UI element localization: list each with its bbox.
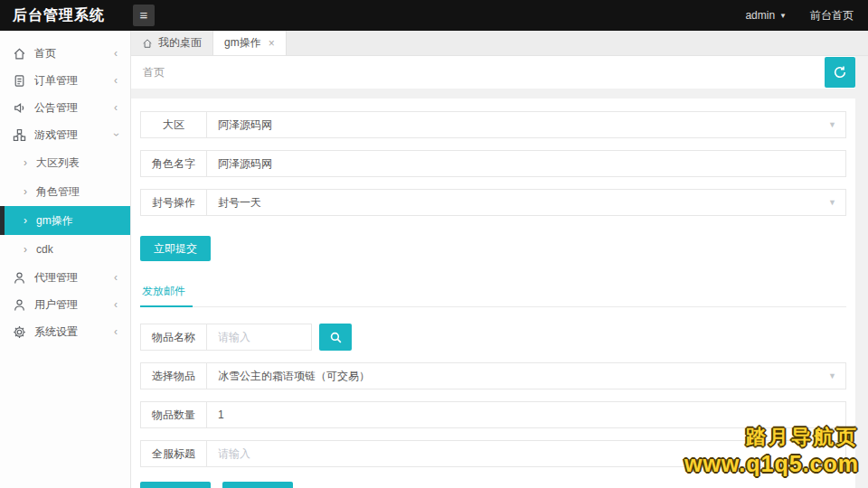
role-name-input[interactable] xyxy=(207,151,845,176)
caret-down-icon: ▼ xyxy=(828,120,836,129)
chevron-left-icon: ‹ xyxy=(114,325,118,338)
broadcast-button[interactable]: 全服发送 xyxy=(222,482,293,488)
mail-submit-button[interactable]: 立即提交 xyxy=(140,482,211,488)
sidebar-item-label: 订单管理 xyxy=(34,73,114,89)
sidebar-item-role-management[interactable]: › 角色管理 xyxy=(0,177,130,206)
breadcrumb[interactable]: 首页 xyxy=(131,65,165,80)
form-row-item-select: 选择物品 冰雪公主的霜语项链（可交易） ▼ xyxy=(140,362,846,389)
user-menu[interactable]: admin ▼ xyxy=(745,9,787,22)
submenu-item-label: 大区列表 xyxy=(36,155,80,171)
arrow-right-icon: › xyxy=(24,156,27,169)
arrow-right-icon: › xyxy=(24,214,27,227)
user-icon xyxy=(13,298,26,312)
select-value: 阿泽源码网 xyxy=(218,117,828,133)
ban-action-select[interactable]: 封号一天 ▼ xyxy=(207,190,845,215)
sidebar-item-label: 用户管理 xyxy=(34,297,114,313)
sidebar-item-game[interactable]: 游戏管理 ‹ xyxy=(0,121,130,148)
username: admin xyxy=(745,9,775,22)
settings-icon xyxy=(13,325,26,339)
hamburger-icon: ≡ xyxy=(140,7,148,23)
field-label: 选择物品 xyxy=(141,363,207,389)
order-icon xyxy=(13,74,26,88)
admin-panel: 后台管理系统 ≡ admin ▼ 前台首页 首页 ‹ 订单管理 ‹ xyxy=(0,0,868,488)
sidebar-item-cdk[interactable]: › cdk xyxy=(0,235,130,264)
chevron-left-icon: ‹ xyxy=(114,298,118,311)
field-label: 物品名称 xyxy=(141,324,207,350)
top-header: 后台管理系统 ≡ admin ▼ 前台首页 xyxy=(0,0,868,31)
announcement-icon xyxy=(13,101,26,115)
form-row-role-name: 角色名字 xyxy=(140,150,846,177)
chevron-left-icon: ‹ xyxy=(114,47,118,60)
arrow-right-icon: › xyxy=(24,243,27,256)
form-row-item-count: 物品数量 xyxy=(140,401,846,428)
item-count-input[interactable] xyxy=(207,402,845,427)
field-label: 大区 xyxy=(141,112,207,137)
field-label: 全服标题 xyxy=(141,441,207,466)
item-search-button[interactable] xyxy=(319,324,352,351)
close-icon[interactable]: × xyxy=(269,37,275,50)
sidebar-item-region-list[interactable]: › 大区列表 xyxy=(0,148,130,177)
caret-down-icon: ▼ xyxy=(779,12,787,20)
sidebar-item-gm-operations[interactable]: › gm操作 xyxy=(0,206,130,235)
chevron-down-icon: ‹ xyxy=(109,133,122,136)
caret-down-icon: ▼ xyxy=(828,371,836,380)
caret-down-icon: ▼ xyxy=(828,198,836,207)
item-select[interactable]: 冰雪公主的霜语项链（可交易） ▼ xyxy=(207,363,845,389)
sidebar-item-orders[interactable]: 订单管理 ‹ xyxy=(0,67,130,94)
form-row-server-title: 全服标题 xyxy=(140,440,846,467)
sidebar-item-settings[interactable]: 系统设置 ‹ xyxy=(0,318,130,345)
frontend-home-link[interactable]: 前台首页 xyxy=(810,8,854,23)
chevron-left-icon: ‹ xyxy=(114,74,118,87)
gm-submit-button[interactable]: 立即提交 xyxy=(140,236,211,261)
sidebar-item-agents[interactable]: 代理管理 ‹ xyxy=(0,264,130,291)
sidebar-item-users[interactable]: 用户管理 ‹ xyxy=(0,291,130,318)
search-icon xyxy=(329,331,343,344)
tab-my-desktop[interactable]: 我的桌面 xyxy=(131,31,212,55)
breadcrumb-bar: 首页 xyxy=(131,56,855,89)
sidebar-item-announcements[interactable]: 公告管理 ‹ xyxy=(0,94,130,121)
server-title-input[interactable] xyxy=(207,441,845,466)
home-icon xyxy=(142,38,153,49)
select-value: 封号一天 xyxy=(218,195,828,211)
arrow-right-icon: › xyxy=(24,185,27,198)
sidebar-item-label: 系统设置 xyxy=(34,324,114,340)
app-title: 后台管理系统 xyxy=(0,6,131,25)
chevron-left-icon: ‹ xyxy=(114,271,118,284)
mail-buttons: 立即提交 全服发送 xyxy=(140,482,846,488)
form-row-ban-action: 封号操作 封号一天 ▼ xyxy=(140,189,846,216)
mail-section-tabs: 发放邮件 xyxy=(140,279,846,307)
refresh-button[interactable] xyxy=(825,57,855,88)
sidebar-item-label: 公告管理 xyxy=(34,100,114,116)
item-search-row: 物品名称 xyxy=(140,324,846,351)
submenu-item-label: 角色管理 xyxy=(36,184,80,200)
tab-label: 我的桌面 xyxy=(158,35,202,51)
content-panel: 大区 阿泽源码网 ▼ 角色名字 封号操作 封号一天 ▼ 立即提交 发放 xyxy=(131,99,855,488)
field-label: 物品数量 xyxy=(141,402,207,427)
region-select[interactable]: 阿泽源码网 ▼ xyxy=(207,112,845,137)
sidebar-item-label: 首页 xyxy=(34,46,114,61)
sidebar-item-label: 游戏管理 xyxy=(34,127,114,143)
field-label: 封号操作 xyxy=(141,190,207,215)
sidebar-item-home[interactable]: 首页 ‹ xyxy=(0,40,130,67)
game-submenu: › 大区列表 › 角色管理 › gm操作 › cdk xyxy=(0,148,130,264)
form-row-region: 大区 阿泽源码网 ▼ xyxy=(140,111,846,138)
submenu-item-label: cdk xyxy=(36,243,53,256)
tab-gm-operations[interactable]: gm操作 × xyxy=(212,31,287,55)
agent-icon xyxy=(13,271,26,285)
game-icon xyxy=(13,128,26,142)
sidebar: 首页 ‹ 订单管理 ‹ 公告管理 ‹ 游戏管理 ‹ › xyxy=(0,31,131,488)
form-row-item-name: 物品名称 xyxy=(140,324,312,351)
select-value: 冰雪公主的霜语项链（可交易） xyxy=(218,369,828,384)
tab-bar: 我的桌面 gm操作 × xyxy=(131,31,868,56)
field-label: 角色名字 xyxy=(141,151,207,176)
main-area: 我的桌面 gm操作 × 首页 大区 阿泽源码网 ▼ 角色名 xyxy=(131,31,868,488)
tab-label: gm操作 xyxy=(224,35,261,51)
home-icon xyxy=(13,47,26,61)
refresh-icon xyxy=(833,65,847,80)
submenu-item-label: gm操作 xyxy=(36,213,73,229)
tab-send-mail[interactable]: 发放邮件 xyxy=(140,279,193,307)
sidebar-toggle-button[interactable]: ≡ xyxy=(133,5,155,26)
chevron-left-icon: ‹ xyxy=(114,101,118,114)
sidebar-item-label: 代理管理 xyxy=(34,270,114,286)
